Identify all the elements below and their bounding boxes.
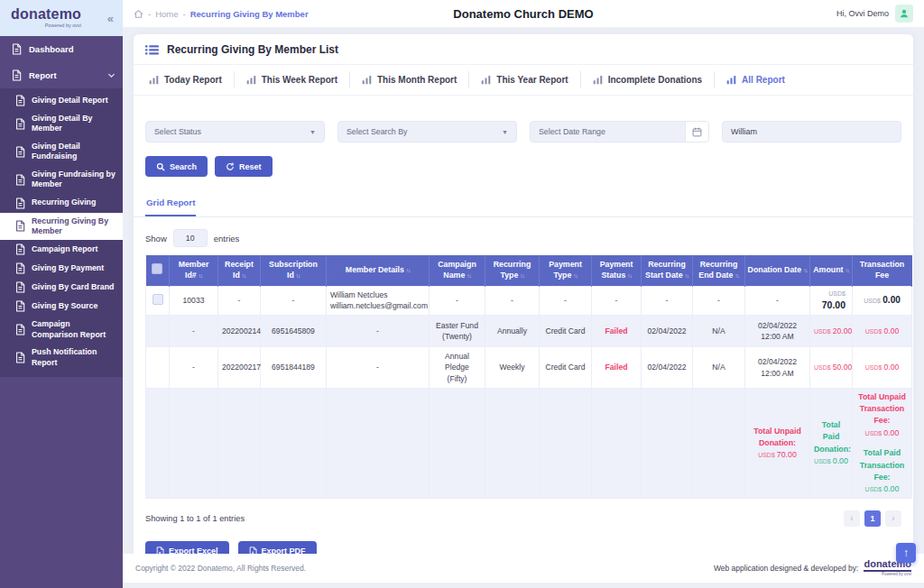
excel-file-icon — [156, 547, 164, 554]
sort-icon[interactable]: ↑↓ — [406, 267, 410, 273]
reset-button-label: Reset — [239, 162, 262, 171]
table-cell-empty — [540, 389, 592, 499]
sidebar-item-report[interactable]: Report — [0, 62, 123, 88]
sort-icon[interactable]: ↑↓ — [803, 267, 807, 273]
column-header-member-id[interactable]: Member Id#↑↓ — [170, 255, 218, 286]
pdf-file-icon — [249, 547, 257, 554]
column-header-recurring-type[interactable]: Recurring Type↑↓ — [485, 255, 540, 286]
search-by-select[interactable]: Select Search By ▼ — [337, 121, 517, 142]
document-icon — [15, 300, 25, 312]
table-cell: Annually — [485, 316, 540, 347]
column-header-payment-status[interactable]: Payment Status↑↓ — [592, 255, 642, 286]
tab-this-year-report[interactable]: This Year Report — [469, 71, 580, 88]
sidebar-subitem-recurring-giving-by-member[interactable]: Recurring Giving By Member — [0, 213, 123, 241]
reset-button[interactable]: Reset — [215, 156, 273, 177]
export-pdf-button[interactable]: Export PDF — [238, 541, 317, 554]
sidebar-collapse-icon[interactable]: « — [107, 12, 114, 25]
sort-icon[interactable]: ↑↓ — [735, 272, 738, 279]
search-text-input[interactable] — [723, 127, 901, 136]
column-header-campaign-name[interactable]: Campaign Name↑↓ — [430, 255, 485, 286]
pagination-page-1[interactable]: 1 — [864, 510, 881, 527]
back-to-top-button[interactable]: ↑ — [896, 543, 916, 563]
sort-icon[interactable]: ↑↓ — [685, 272, 688, 279]
document-icon — [15, 198, 25, 209]
sidebar-subitem-giving-by-payment[interactable]: Giving By Payment — [0, 259, 123, 278]
sidebar-subitem-giving-detail-fundraising[interactable]: Giving Detail Fundraising — [0, 138, 123, 166]
column-header-recurring-end-date[interactable]: Recurring End Date↑↓ — [693, 255, 745, 286]
sidebar-subitem-giving-detail-by-member[interactable]: Giving Detail By Member — [0, 110, 123, 138]
column-label: Recurring End Date — [698, 260, 737, 280]
tab-this-month-report[interactable]: This Month Report — [350, 71, 469, 88]
entries-per-page-select[interactable]: 10 — [173, 229, 208, 247]
tab-this-week-report[interactable]: This Week Report — [235, 71, 350, 88]
table-cell: Failed — [592, 347, 642, 389]
column-header-member-details[interactable]: Member Details↑↓ — [327, 255, 430, 286]
sort-icon[interactable]: ↑↓ — [845, 267, 848, 273]
tab-today-report[interactable]: Today Report — [137, 71, 235, 88]
row-select-cell — [146, 286, 170, 315]
tab-label: All Report — [742, 75, 785, 85]
table-cell: Credit Card — [540, 316, 592, 347]
app-logo[interactable]: donatemo Powered by ovvi — [11, 7, 81, 29]
report-tabs: Today ReportThis Week ReportThis Month R… — [134, 65, 913, 96]
sidebar-subitem-giving-by-card-brand[interactable]: Giving By Card Brand — [0, 278, 123, 297]
user-avatar[interactable] — [895, 5, 913, 23]
sidebar-subitem-label: Recurring Giving By Member — [32, 216, 117, 237]
tab-incomplete-donations[interactable]: Incomplete Donations — [581, 71, 715, 88]
tab-grid-report[interactable]: Grid Report — [145, 193, 196, 216]
document-icon — [15, 281, 25, 293]
table-cell: Credit Card — [540, 347, 592, 389]
sidebar-subitem-push-notification-report[interactable]: Push Notification Report — [0, 344, 123, 372]
calendar-button[interactable] — [685, 122, 708, 142]
sort-icon[interactable]: ↑↓ — [573, 272, 577, 279]
export-excel-button[interactable]: Export Excel — [145, 541, 229, 554]
bar-chart-icon — [481, 75, 491, 85]
sidebar-subitem-campaign-report[interactable]: Campaign Report — [0, 240, 123, 259]
home-icon[interactable] — [134, 9, 143, 19]
column-header-amount[interactable]: Amount↑↓ — [810, 255, 853, 286]
sidebar-subitem-label: Giving Detail Report — [32, 96, 108, 106]
column-header-subscription-id[interactable]: Subscription Id↑↓ — [261, 255, 327, 286]
sidebar-nav: DashboardReportGiving Detail ReportGivin… — [0, 36, 123, 377]
sidebar-subitem-giving-fundraising-by-member[interactable]: Giving Fundraising by Member — [0, 166, 123, 194]
column-header-donation-date[interactable]: Donation Date↑↓ — [745, 255, 810, 286]
sidebar-subitem-giving-by-source[interactable]: Giving By Source — [0, 297, 123, 316]
sidebar-subitem-label: Campaign Report — [32, 244, 97, 254]
document-icon — [12, 69, 22, 81]
column-header-recurring-start-date[interactable]: Recurring Start Date↑↓ — [642, 255, 693, 286]
sort-icon[interactable]: ↑↓ — [199, 272, 202, 279]
sidebar-subitem-giving-detail-report[interactable]: Giving Detail Report — [0, 91, 123, 110]
bar-chart-icon — [593, 75, 603, 85]
row-checkbox[interactable] — [152, 294, 163, 305]
sidebar-subitem-campaign-comparison-report[interactable]: Campaign Comparison Report — [0, 316, 123, 344]
column-label: Subscription Id — [269, 260, 318, 280]
column-header-receipt-id[interactable]: Receipt Id↑↓ — [218, 255, 261, 286]
sort-icon[interactable]: ↑↓ — [242, 272, 245, 279]
tab-label: This Week Report — [262, 75, 337, 85]
sidebar-item-dashboard[interactable]: Dashboard — [0, 36, 123, 62]
sort-icon[interactable]: ↑↓ — [627, 272, 631, 279]
table-cell-empty — [218, 389, 261, 499]
column-label: Transaction Fee — [860, 260, 904, 280]
table-cell-empty — [327, 389, 430, 499]
table-cell-empty — [485, 389, 540, 499]
breadcrumb-home[interactable]: Home — [155, 9, 178, 19]
column-label: Member Details — [346, 265, 404, 274]
sort-icon[interactable]: ↑↓ — [296, 272, 300, 279]
status-select[interactable]: Select Status ▼ — [145, 121, 325, 142]
table-cell: 202200214 — [218, 316, 261, 347]
sidebar-subitem-recurring-giving[interactable]: Recurring Giving — [0, 194, 123, 213]
bar-chart-icon — [362, 75, 372, 85]
pagination-prev[interactable]: ‹ — [844, 510, 860, 527]
date-range-field[interactable]: Select Date Range — [530, 121, 709, 142]
search-button[interactable]: Search — [145, 156, 208, 177]
sort-icon[interactable]: ↑↓ — [520, 272, 523, 279]
pagination-next[interactable]: › — [885, 510, 901, 527]
table-cell: USD$ 0.00 — [853, 286, 912, 315]
sort-icon[interactable]: ↑↓ — [467, 272, 470, 279]
tab-all-report[interactable]: All Report — [715, 71, 797, 88]
row-select-cell — [146, 316, 170, 347]
select-all-checkbox[interactable] — [152, 263, 162, 274]
column-header-payment-type[interactable]: Payment Type↑↓ — [540, 255, 592, 286]
table-cell: - — [327, 316, 430, 347]
